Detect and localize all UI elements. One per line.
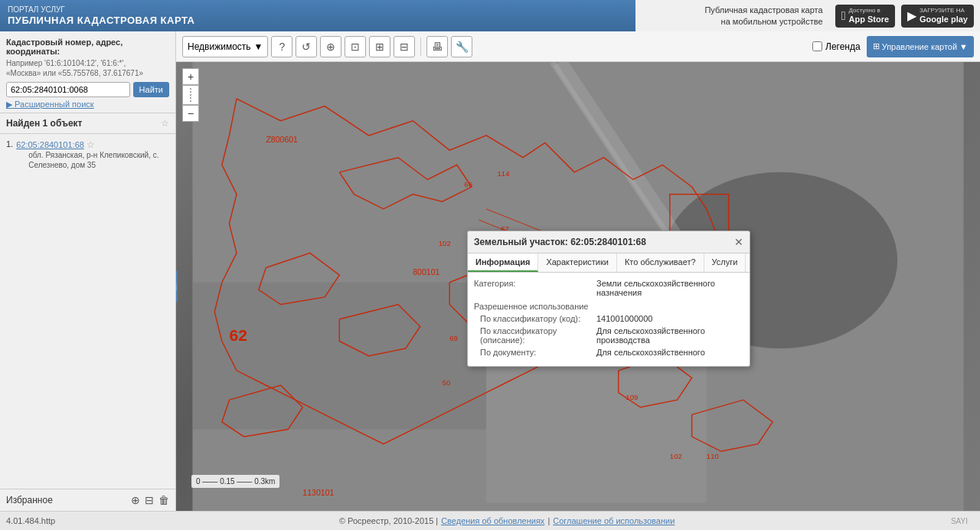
tool-btn-5[interactable]: ⊞ (369, 36, 390, 57)
appstore-text: Доступно в App Store (848, 7, 889, 25)
desc-row: По классификатору (описание): Для сельск… (474, 326, 743, 345)
header-right: Публичная кадастровая карта на мобильном… (635, 0, 980, 31)
toolbar-right: Легенда ⊞ Управление картой ▼ (812, 36, 974, 57)
tool-btn-3[interactable]: ⊕ (320, 36, 341, 57)
category-label: Категория: (474, 279, 596, 297)
toolbar: Недвижимость ▼ ? ↺ ⊕ ⊡ ⊞ ⊟ 🖶 🔧 Легенда ⊞… (176, 31, 980, 62)
favorites-add-icon[interactable]: ⊕ (131, 494, 140, 506)
results-section: Найден 1 объект ☆ (0, 113, 175, 134)
footer: 4.01.484.http © Росреестр, 2010-2015 | С… (0, 511, 980, 530)
map-zoom-controls: + − (182, 68, 199, 122)
usage-section-title: Разрешенное использование (474, 302, 743, 311)
svg-rect-3 (486, 356, 707, 503)
svg-text:110: 110 (707, 452, 719, 460)
result-list: 1. 62:05:2840101:68 ☆ обл. Рязанская, р-… (0, 134, 175, 175)
svg-text:Z800601: Z800601 (266, 135, 298, 144)
search-hint: Например '61:6:10104:12', '61:6:*',«Моск… (6, 58, 169, 78)
legend-checkbox-label[interactable]: Легенда (812, 41, 861, 52)
svg-text:66: 66 (464, 180, 472, 188)
search-row: Найти (6, 82, 169, 97)
zoom-scale (182, 85, 199, 105)
result-item-content: 62:05:2840101:68 ☆ обл. Рязанская, р-н К… (16, 139, 169, 170)
tool-btn-6[interactable]: ⊟ (394, 36, 415, 57)
mobile-promo-text: Публичная кадастровая карта на мобильном… (704, 5, 822, 27)
chevron-down-icon: ▼ (254, 41, 263, 52)
tab-information[interactable]: Информация (468, 254, 538, 272)
layer-type-dropdown[interactable]: Недвижимость ▼ (182, 36, 268, 57)
footer-update-link[interactable]: Сведения об обновлениях (441, 516, 544, 525)
scale-bar: 0 —— 0.15 —— 0.3km (191, 475, 279, 488)
svg-text:102: 102 (439, 239, 451, 247)
desc-value: Для сельскохозяйственного производства (596, 326, 743, 345)
zoom-out-button[interactable]: − (182, 105, 199, 122)
tool-btn-2[interactable]: ↺ (296, 36, 317, 57)
apple-icon:  (841, 9, 846, 23)
favorites-label: Избранное (6, 495, 126, 505)
legend-checkbox[interactable] (812, 41, 822, 51)
svg-text:109: 109 (626, 393, 638, 401)
panel-toggle-button[interactable]: ◀ (176, 271, 178, 302)
results-header: Найден 1 объект ☆ (6, 118, 169, 129)
layer-type-label: Недвижимость (188, 41, 251, 52)
search-section: Кадастровый номер, адрес, координаты: На… (0, 31, 175, 113)
svg-rect-2 (192, 283, 486, 430)
googleplay-icon: ▶ (907, 8, 916, 23)
zoom-in-button[interactable]: + (182, 68, 199, 85)
favorites-export-icon[interactable]: ⊟ (145, 494, 154, 506)
advanced-search-link[interactable]: ▶ Расширенный поиск (6, 100, 169, 110)
grid-icon: ⊞ (873, 41, 880, 51)
svg-text:62: 62 (229, 326, 247, 344)
result-cadastral-link[interactable]: 62:05:2840101:68 (16, 140, 84, 149)
left-panel: Кадастровый номер, адрес, координаты: На… (0, 31, 176, 511)
desc-label: По классификатору (описание): (480, 326, 596, 345)
footer-center: © Росреестр, 2010-2015 | Сведения об обн… (339, 516, 675, 525)
popup-close-button[interactable]: ✕ (734, 236, 743, 248)
results-title: Найден 1 объект (6, 118, 83, 129)
chevron-down-icon-2: ▼ (959, 42, 968, 51)
site-title: ПУБЛИЧНАЯ КАДАСТРОВАЯ КАРТА (8, 15, 194, 28)
result-address: обл. Рязанская, р-н Клепиковский, с. Сел… (28, 150, 169, 170)
portal-label: ПОРТАЛ УСЛУГ (8, 5, 194, 15)
toolbar-separator-1 (420, 38, 421, 56)
code-label: По классификатору (код): (480, 314, 596, 323)
svg-text:50: 50 (443, 378, 451, 387)
footer-version: 4.01.484.http (6, 516, 55, 525)
footer-terms-link[interactable]: Соглашение об использовании (553, 516, 675, 525)
appstore-button[interactable]:  Доступно в App Store (835, 5, 895, 28)
favorites-delete-icon[interactable]: 🗑 (158, 494, 169, 506)
search-label: Кадастровый номер, адрес, координаты: (6, 38, 169, 56)
tab-characteristics[interactable]: Характеристики (538, 254, 617, 272)
googleplay-text: ЗАГРУЗИТЕ НА Google play (920, 7, 968, 25)
svg-text:800101: 800101 (413, 267, 439, 276)
map-area[interactable]: Z800601 800101 62 1130101 67 66 114 102 … (176, 62, 980, 511)
svg-text:69: 69 (449, 334, 458, 342)
info-popup: Земельный участок: 62:05:2840101:68 ✕ Ин… (467, 231, 750, 367)
code-value: 141001000000 (596, 314, 743, 323)
header-logo: ПОРТАЛ УСЛУГ ПУБЛИЧНАЯ КАДАСТРОВАЯ КАРТА (8, 5, 194, 28)
tab-services[interactable]: Услуги (704, 254, 746, 272)
search-button[interactable]: Найти (133, 82, 169, 97)
svg-text:114: 114 (498, 169, 511, 178)
tool-btn-4[interactable]: ⊡ (345, 36, 366, 57)
usage-section: Разрешенное использование По классификат… (474, 302, 743, 357)
result-star-icon[interactable]: ☆ (87, 139, 95, 150)
category-row: Категория: Земли сельскохозяйственного н… (474, 279, 743, 297)
tool-btn-7[interactable]: 🖶 (426, 36, 448, 57)
header: ПОРТАЛ УСЛУГ ПУБЛИЧНАЯ КАДАСТРОВАЯ КАРТА (0, 0, 635, 31)
googleplay-button[interactable]: ▶ ЗАГРУЗИТЕ НА Google play (901, 5, 974, 28)
svg-text:102: 102 (670, 452, 682, 460)
tab-who-serves[interactable]: Кто обслуживает? (617, 254, 704, 272)
popup-content: Категория: Земли сельскохозяйственного н… (468, 273, 750, 366)
legend-label: Легенда (825, 41, 861, 52)
tool-btn-1[interactable]: ? (271, 36, 292, 57)
popup-tabs: Информация Характеристики Кто обслуживае… (468, 254, 750, 273)
results-star-icon[interactable]: ☆ (161, 118, 169, 129)
tool-btn-8[interactable]: 🔧 (451, 36, 472, 57)
map-control-button[interactable]: ⊞ Управление картой ▼ (867, 36, 974, 57)
code-row: По классификатору (код): 141001000000 (474, 314, 743, 323)
footer-logo: SAYI (951, 517, 968, 525)
doc-value: Для сельскохозяйственного (596, 348, 743, 357)
footer-copyright: © Росреестр, 2010-2015 | (339, 516, 438, 525)
search-input[interactable] (6, 82, 130, 97)
favorites-section: Избранное ⊕ ⊟ 🗑 (0, 489, 175, 511)
